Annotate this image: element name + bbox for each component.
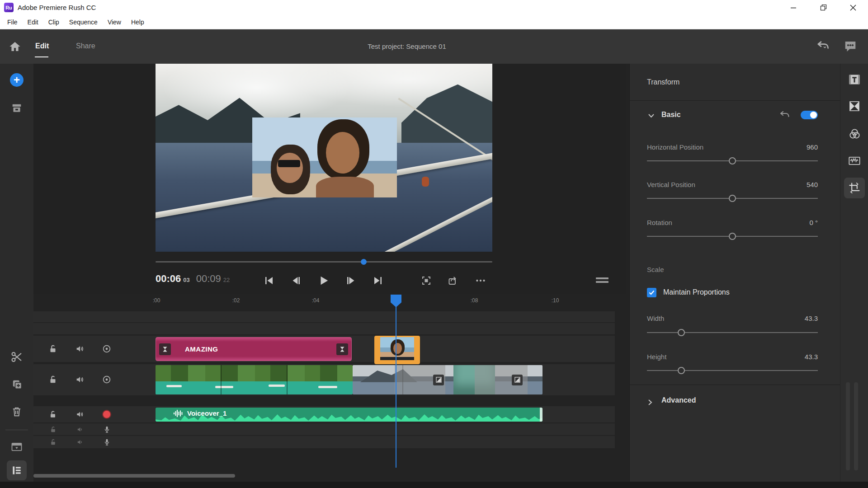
previous-frame-button[interactable] <box>288 274 304 287</box>
rotation-value[interactable]: 0 ° <box>809 219 818 226</box>
audio2-mute-icon[interactable] <box>75 436 85 447</box>
basic-enabled-toggle[interactable] <box>801 111 818 119</box>
clip-transition-icon-2[interactable] <box>512 375 523 385</box>
audio1-microphone-icon[interactable] <box>101 424 112 435</box>
menu-clip[interactable]: Clip <box>43 19 64 26</box>
expand-tracks-icon <box>10 441 23 453</box>
color-panel-button[interactable] <box>844 123 865 144</box>
transition-out-icon[interactable] <box>336 343 348 355</box>
menu-sequence[interactable]: Sequence <box>64 19 103 26</box>
reset-icon <box>779 110 791 121</box>
audio-panel-button[interactable] <box>844 150 865 171</box>
expand-tracks-button[interactable] <box>7 437 27 457</box>
menu-help[interactable]: Help <box>126 19 149 26</box>
height-slider[interactable] <box>647 367 818 374</box>
track-controls-button[interactable] <box>7 460 27 480</box>
video-preview[interactable] <box>156 64 492 252</box>
vertical-position-slider[interactable] <box>647 195 818 202</box>
transitions-panel-button[interactable] <box>844 96 865 117</box>
clip-trim-handle[interactable] <box>540 408 542 422</box>
width-value[interactable]: 43.3 <box>805 314 818 322</box>
rotation-slider[interactable] <box>647 233 818 240</box>
audio1-mute-icon[interactable] <box>75 424 85 435</box>
slider-handle[interactable] <box>729 157 736 164</box>
picture-in-picture-overlay[interactable] <box>252 117 397 197</box>
slider-handle[interactable] <box>729 195 736 202</box>
overlay-clip-selected[interactable] <box>374 336 420 364</box>
current-time[interactable]: 00:06 <box>156 273 181 285</box>
width-slider[interactable] <box>647 329 818 336</box>
video-track-mute-icon[interactable] <box>75 374 85 385</box>
timecode-display[interactable]: 00:06 03 00:09 22 <box>156 273 230 285</box>
timeline-horizontal-scrollbar[interactable] <box>33 474 235 478</box>
slider-handle[interactable] <box>729 233 736 240</box>
title-track-mute-icon[interactable] <box>75 343 85 354</box>
clip-transition-icon-1[interactable] <box>433 375 444 385</box>
fullscreen-button[interactable] <box>419 274 434 287</box>
section-basic[interactable]: Basic <box>630 109 840 124</box>
voiceover-track-lock-icon[interactable] <box>47 409 58 420</box>
panel-scrollbar-1[interactable] <box>846 382 850 470</box>
audio2-lock-icon[interactable] <box>47 436 58 447</box>
restore-button[interactable] <box>808 0 838 15</box>
window-controls <box>778 0 868 15</box>
reset-basic-button[interactable] <box>779 110 792 122</box>
voiceover-clip[interactable]: Voiceover_1 <box>156 408 542 422</box>
next-frame-button[interactable] <box>343 274 359 287</box>
menu-file[interactable]: File <box>0 19 23 26</box>
chevron-down-icon <box>648 113 655 118</box>
panel-scrollbar-2[interactable] <box>854 382 858 470</box>
voiceover-track-mute-icon[interactable] <box>75 409 85 420</box>
voiceover-clip-label: Voiceover_1 <box>187 409 226 417</box>
export-frame-button[interactable] <box>446 274 460 287</box>
height-value[interactable]: 43.3 <box>805 353 818 361</box>
duration-frames: 22 <box>223 277 230 283</box>
video-clip-2[interactable] <box>353 365 542 394</box>
minimize-button[interactable] <box>778 0 808 15</box>
record-voiceover-button[interactable] <box>101 409 112 420</box>
scrubber-handle[interactable] <box>361 259 367 265</box>
menu-edit[interactable]: Edit <box>23 19 43 26</box>
right-icon-rail <box>840 64 868 482</box>
slider-handle[interactable] <box>678 367 685 374</box>
preview-scrubber[interactable] <box>156 259 492 264</box>
vertical-position-value[interactable]: 540 <box>807 181 818 188</box>
transition-in-icon[interactable] <box>159 343 171 355</box>
title-track-hide-icon[interactable] <box>101 343 112 354</box>
skip-to-start-button[interactable] <box>261 274 277 287</box>
horizontal-position-value[interactable]: 960 <box>807 143 818 151</box>
skip-to-end-button[interactable] <box>370 274 386 287</box>
title-clip[interactable]: AMAZING <box>156 337 352 361</box>
current-frames[interactable]: 03 <box>183 277 189 283</box>
play-button[interactable] <box>316 274 331 287</box>
section-advanced[interactable]: Advanced <box>630 394 840 410</box>
add-media-button[interactable]: + <box>7 70 27 90</box>
tab-edit[interactable]: Edit <box>35 42 49 50</box>
audio2-microphone-icon[interactable] <box>101 436 112 447</box>
color-icon <box>849 128 861 140</box>
undo-icon[interactable] <box>816 39 832 55</box>
video-clip-1[interactable] <box>156 365 353 394</box>
delete-clip-button[interactable] <box>7 402 27 422</box>
crop-transform-panel-button[interactable] <box>844 178 865 198</box>
duplicate-clip-button[interactable] <box>7 375 27 394</box>
video-track-lock-icon[interactable] <box>47 374 58 385</box>
more-options-button[interactable] <box>473 274 488 287</box>
feedback-chat-icon[interactable] <box>844 39 859 55</box>
split-clip-button[interactable] <box>7 347 27 367</box>
home-icon[interactable] <box>8 40 22 53</box>
title-track-lock-icon[interactable] <box>47 343 58 354</box>
media-browser-button[interactable] <box>7 98 27 118</box>
horizontal-position-slider[interactable] <box>647 157 818 164</box>
scrubber-track[interactable] <box>156 261 492 263</box>
menu-view[interactable]: View <box>103 19 126 26</box>
close-button[interactable] <box>838 0 868 15</box>
audio1-lock-icon[interactable] <box>47 424 58 435</box>
tab-share[interactable]: Share <box>76 42 95 50</box>
maintain-proportions-checkbox[interactable] <box>647 288 656 297</box>
titles-panel-button[interactable] <box>844 69 865 90</box>
slider-handle[interactable] <box>678 329 685 336</box>
playhead-handle[interactable] <box>391 295 401 307</box>
timeline-menu-icon[interactable] <box>596 276 609 286</box>
video-track-hide-icon[interactable] <box>101 374 112 385</box>
